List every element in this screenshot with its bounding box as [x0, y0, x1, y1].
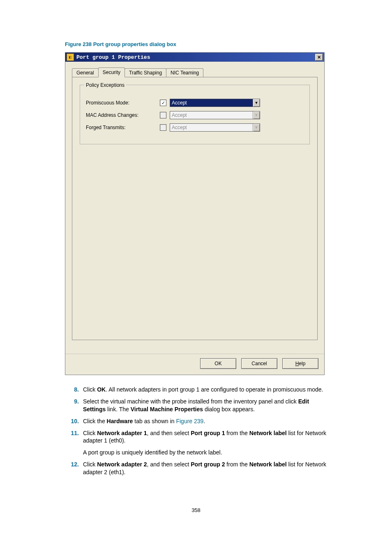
policy-exceptions-fieldset: Policy Exceptions Promiscuous Mode: ✓ Ac… — [80, 85, 310, 144]
step-body: Select the virtual machine with the prob… — [83, 398, 327, 413]
label-promiscuous: Promiscuous Mode: — [86, 100, 160, 106]
select-promiscuous[interactable]: Accept ▼ — [170, 99, 260, 107]
tab-traffic-shaping[interactable]: Traffic Shaping — [125, 68, 166, 77]
label-mac-address: MAC Address Changes: — [86, 112, 160, 118]
step-8: 8. Click OK. All network adapters in por… — [65, 386, 327, 394]
chevron-down-icon: ▼ — [253, 111, 260, 119]
checkbox-forged-transmits[interactable] — [160, 124, 166, 131]
step-11: 11. Click Network adapter 1, and then se… — [65, 429, 327, 445]
step-number: 9. — [65, 398, 83, 413]
tab-security[interactable]: Security — [98, 67, 125, 77]
ok-button[interactable]: OK — [200, 358, 236, 369]
step-11-note: A port group is uniquely identified by t… — [83, 449, 327, 457]
tab-nic-teaming[interactable]: NIC Teaming — [166, 68, 203, 77]
select-forged-transmits: Accept ▼ — [170, 123, 260, 132]
page-number: 358 — [0, 507, 392, 513]
step-body: Click Network adapter 2, and then select… — [83, 461, 327, 476]
properties-dialog: ◧ Port group 1 Properties ✕ General Secu… — [65, 52, 325, 375]
step-number: 10. — [65, 417, 83, 425]
close-icon[interactable]: ✕ — [315, 53, 323, 61]
tab-general[interactable]: General — [72, 68, 99, 77]
step-12: 12. Click Network adapter 2, and then se… — [65, 461, 327, 476]
label-forged-transmits: Forged Transmits: — [86, 125, 160, 130]
row-promiscuous: Promiscuous Mode: ✓ Accept ▼ — [86, 99, 304, 107]
dialog-title: Port group 1 Properties — [76, 54, 315, 60]
help-button[interactable]: Help — [282, 358, 318, 369]
cancel-button[interactable]: Cancel — [241, 358, 277, 369]
dialog-titlebar: ◧ Port group 1 Properties ✕ — [65, 53, 324, 62]
step-body: Click Network adapter 1, and then select… — [83, 429, 327, 445]
checkbox-promiscuous[interactable]: ✓ — [160, 100, 166, 106]
select-mac-address: Accept ▼ — [170, 111, 260, 119]
dialog-footer: OK Cancel Help — [65, 354, 324, 375]
select-value: Accept — [172, 112, 187, 118]
row-mac-address: MAC Address Changes: Accept ▼ — [86, 111, 304, 119]
row-forged-transmits: Forged Transmits: Accept ▼ — [86, 123, 304, 132]
step-number: 11. — [65, 429, 83, 445]
checkbox-mac-address[interactable] — [160, 112, 166, 118]
app-icon: ◧ — [67, 53, 74, 61]
step-number: 8. — [65, 386, 83, 394]
instruction-steps: 8. Click OK. All network adapters in por… — [65, 386, 327, 476]
step-body: Click the Hardware tab as shown in Figur… — [83, 417, 327, 425]
step-body: Click OK. All network adapters in port g… — [83, 386, 327, 394]
dialog-body: General Security Traffic Shaping NIC Tea… — [65, 62, 324, 354]
figure-link[interactable]: Figure 239 — [176, 418, 203, 424]
figure-caption: Figure 238 Port group properties dialog … — [65, 41, 327, 47]
tab-panel-security: Policy Exceptions Promiscuous Mode: ✓ Ac… — [72, 77, 318, 340]
chevron-down-icon: ▼ — [253, 124, 260, 131]
step-number: 12. — [65, 461, 83, 476]
tab-strip: General Security Traffic Shaping NIC Tea… — [72, 67, 318, 76]
select-value: Accept — [172, 100, 187, 106]
step-10: 10. Click the Hardware tab as shown in F… — [65, 417, 327, 425]
fieldset-legend: Policy Exceptions — [84, 82, 126, 88]
select-value: Accept — [172, 125, 187, 130]
step-9: 9. Select the virtual machine with the p… — [65, 398, 327, 413]
chevron-down-icon: ▼ — [253, 99, 260, 107]
